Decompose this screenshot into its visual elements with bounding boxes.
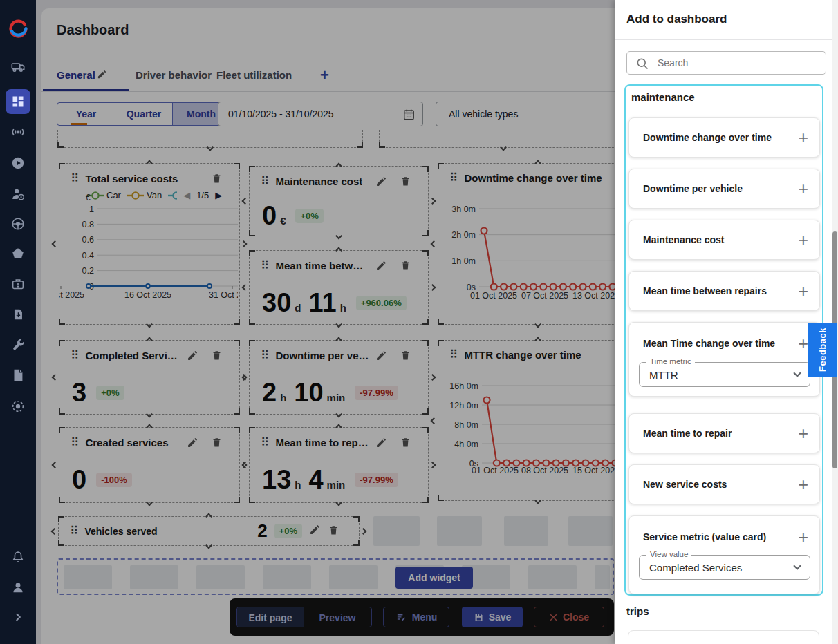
resize-chevron-icon[interactable] [52,462,59,468]
drag-handle-icon[interactable]: ⠿ [70,525,78,537]
resize-chevron-icon[interactable] [335,500,342,506]
panel-item-downtime-change[interactable]: Downtime change over time [628,117,820,158]
edit-widget-icon[interactable] [375,176,387,187]
widget-mttr-change-over-time[interactable]: ⠿ MTTR change over time 16h 0m12h 0m8h 0… [438,340,615,501]
widget-completed-services[interactable]: ⠿ Completed Servi… 3 +0% [59,340,240,415]
delete-widget-icon[interactable] [400,349,411,361]
notifications-bell-icon[interactable] [10,549,26,565]
panel-scrollbar[interactable] [832,0,838,644]
add-plus-icon[interactable] [798,231,808,249]
search-input[interactable] [656,52,815,74]
tab-fleet-utilization[interactable]: Fleet utilization [216,69,292,81]
resize-chevron-icon[interactable] [146,500,153,506]
widget-downtime-change-over-time[interactable]: ⠿ Downtime change over time 3h 0m2h 0m1h… [438,163,615,325]
delete-widget-icon[interactable] [400,259,411,272]
widget-search[interactable] [626,51,826,75]
app-logo[interactable] [8,18,28,39]
feedback-tab[interactable]: Feedback [808,323,837,377]
tab-driver-behavior[interactable]: Driver behavior [136,69,212,81]
tab-general[interactable]: General [57,69,95,81]
edit-page-button[interactable]: Edit page [237,607,304,627]
live-signal-icon[interactable] [10,124,26,140]
delete-widget-icon[interactable] [211,172,223,184]
resize-chevron-icon[interactable] [431,240,438,247]
add-plus-icon[interactable] [798,129,808,146]
resize-chevron-icon[interactable] [335,233,342,240]
resize-chevron-icon[interactable] [242,284,249,291]
tracking-target-icon[interactable] [10,399,26,414]
reports-doc-icon[interactable] [10,368,26,383]
edit-widget-icon[interactable] [375,350,387,361]
sd-card-icon[interactable] [10,307,26,322]
vehicle-type-select[interactable]: All vehicle types [436,102,615,126]
widget-mean-time-between-repairs[interactable]: ⠿ Mean time betw… 30 d 11 h +960.06% [249,250,429,325]
drag-handle-icon[interactable]: ⠿ [261,176,269,187]
service-case-icon[interactable] [10,276,26,292]
drag-handle-icon[interactable]: ⠿ [261,437,269,448]
expand-chevron-icon[interactable] [10,609,26,625]
add-plus-icon[interactable] [798,529,808,546]
resize-chevron-icon[interactable] [146,411,153,418]
resize-chevron-icon[interactable] [429,284,436,291]
view-value-select[interactable]: View value Completed Services [639,555,810,580]
add-plus-icon[interactable] [798,283,808,300]
playback-icon[interactable] [10,155,26,171]
resize-chevron-icon[interactable] [335,321,342,328]
legend-next-icon[interactable]: ▶ [215,190,222,200]
drag-handle-icon[interactable]: ⠿ [71,173,79,184]
resize-chevron-icon[interactable] [534,498,541,504]
delete-widget-icon[interactable] [211,436,223,448]
panel-item-downtime-per-vehicle[interactable]: Downtime per vehicle [628,169,820,209]
close-button[interactable]: Close [534,607,604,627]
maintenance-wrench-icon[interactable] [10,337,26,352]
resize-chevron-icon[interactable] [360,528,367,535]
vehicles-icon[interactable] [10,59,26,75]
steering-wheel-icon[interactable] [10,216,26,231]
resize-chevron-icon[interactable] [429,462,436,468]
resize-chevron-icon[interactable] [429,198,436,205]
period-year[interactable]: Year [57,103,115,125]
add-tab-button[interactable]: + [320,66,329,84]
widget-downtime-per-vehicle[interactable]: ⠿ Downtime per ve… 2 h 10 min -97.99% [249,340,429,415]
dashboard-icon[interactable] [6,89,30,114]
resize-chevron-icon[interactable] [431,417,438,424]
widget-maintenance-cost[interactable]: ⠿ Maintenance cost 0 € +0% [249,166,429,236]
edit-tab-pencil-icon[interactable] [97,69,107,82]
panel-item-maintenance-cost[interactable]: Maintenance cost [628,220,820,260]
edit-widget-icon[interactable] [187,437,198,448]
resize-chevron-icon[interactable] [207,144,214,151]
resize-chevron-icon[interactable] [241,240,248,247]
widget-partial-top-right[interactable] [379,130,615,148]
panel-item-new-service-costs[interactable]: New service costs [628,464,820,504]
account-icon[interactable] [10,580,26,595]
drivers-icon[interactable] [10,187,26,202]
delete-widget-icon[interactable] [328,524,339,539]
add-plus-icon[interactable] [798,335,808,352]
resize-chevron-icon[interactable] [534,321,541,328]
panel-item-service-metric[interactable]: Service metric (value card) View value C… [628,515,820,594]
geofence-icon[interactable] [10,246,26,261]
time-metric-select[interactable]: Time metric MTTR [639,362,810,387]
resize-chevron-icon[interactable] [52,240,59,247]
drag-handle-icon[interactable]: ⠿ [71,350,79,361]
edit-widget-icon[interactable] [187,350,198,361]
drag-handle-icon[interactable]: ⠿ [449,172,458,184]
resize-chevron-icon[interactable] [500,144,507,151]
add-plus-icon[interactable] [798,425,808,442]
menu-button[interactable]: Menu [383,607,449,627]
drag-handle-icon[interactable]: ⠿ [71,437,79,448]
widget-total-service-costs[interactable]: ⠿ Total service costs Car Van ◀ 1/5 ▶ € … [59,163,240,325]
widget-created-services[interactable]: ⠿ Created services 0 -100% [59,427,240,503]
resize-chevron-icon[interactable] [52,374,59,381]
widget-vehicles-served[interactable]: ⠿ Vehicles served 2 +0% [58,516,360,546]
panel-item-mean-time-to-repair[interactable]: Mean time to repair [628,413,820,453]
period-quarter[interactable]: Quarter [115,103,172,125]
panel-item-mean-time-between-repairs[interactable]: Mean time between repairs [628,271,820,311]
resize-chevron-icon[interactable] [146,321,153,328]
panel-item-mean-time-change[interactable]: Mean Time change over time Time metric M… [628,322,820,397]
add-widget-button[interactable]: Add widget [395,567,473,589]
delete-widget-icon[interactable] [400,175,411,187]
preview-button[interactable]: Preview [304,607,371,627]
resize-chevron-icon[interactable] [242,198,249,205]
add-widget-drop-zone[interactable]: Add widget [57,558,614,595]
